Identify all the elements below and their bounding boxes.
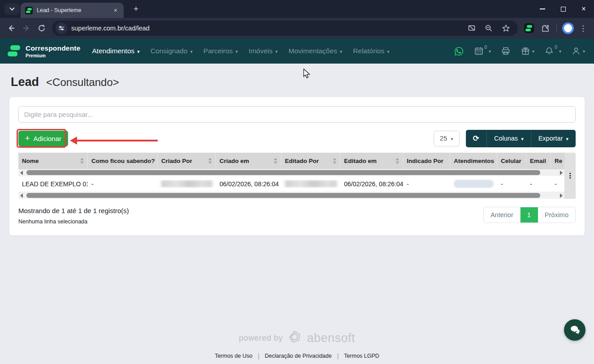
forward-icon[interactable]: [19, 21, 34, 36]
chevron-down-icon: ▾: [340, 49, 343, 55]
records-summary: Mostrando de 1 até 1 de 1 registro(s): [18, 207, 129, 214]
bell-icon[interactable]: 0 ▾: [542, 44, 564, 58]
reload-icon[interactable]: [34, 21, 49, 36]
selection-status: Nenhuma linha selecionada: [18, 218, 129, 225]
tab-close-icon[interactable]: ×: [112, 6, 119, 14]
menu-imoveis[interactable]: Imóveis▾: [249, 47, 278, 55]
extensions-puzzle-icon[interactable]: [538, 21, 553, 36]
chevron-down-icon: ▾: [451, 136, 453, 142]
column-header-reg[interactable]: Reg: [551, 153, 562, 169]
pagination-previous[interactable]: Anterior: [484, 207, 521, 223]
menu-relatorios[interactable]: Relatórios▾: [353, 47, 389, 55]
browser-titlebar: Lead - Superleme × + ×: [0, 0, 594, 18]
sort-icon[interactable]: [77, 158, 84, 164]
browser-toolbar: superleme.com.br/cad/lead ⋮: [0, 18, 594, 39]
scroll-left-icon[interactable]: [18, 169, 25, 176]
brand-title: Correspondente: [26, 44, 81, 52]
refresh-icon: ⟳: [473, 134, 479, 143]
calendar-badge: 0: [484, 44, 487, 50]
column-header-criado-em[interactable]: Criado em: [216, 153, 281, 169]
abensoft-logo-icon: [287, 330, 302, 347]
sort-icon[interactable]: [330, 158, 336, 164]
bookmark-star-icon[interactable]: [498, 21, 513, 36]
pagination-page-1[interactable]: 1: [521, 207, 538, 223]
column-header-criado-por[interactable]: Criado Por: [158, 153, 216, 169]
zoom-out-icon[interactable]: [481, 21, 496, 36]
chevron-down-icon: ▾: [137, 49, 140, 55]
export-button[interactable]: Exportar ▾: [531, 130, 576, 147]
menu-movimentacoes[interactable]: Movimentações▾: [288, 47, 342, 55]
cell-criado-em: 06/02/2026, 08:26:04: [216, 180, 281, 188]
scroll-left-icon[interactable]: [18, 192, 25, 199]
menu-parceiros[interactable]: Parceiros▾: [203, 47, 238, 55]
profile-avatar[interactable]: [562, 22, 574, 34]
site-settings-icon[interactable]: [56, 22, 67, 34]
link-termos-de-uso[interactable]: Termos de Uso: [215, 353, 252, 359]
cell-editado-em: 06/02/2026, 08:26:04: [340, 180, 403, 188]
search-input[interactable]: [18, 106, 576, 123]
user-icon[interactable]: ▾: [568, 44, 588, 58]
scrollbar-thumb[interactable]: [26, 193, 540, 198]
brand-subtitle: Premium: [26, 53, 81, 58]
new-tab-button[interactable]: +: [131, 4, 141, 14]
column-header-celular[interactable]: Celular: [497, 153, 526, 169]
calendar-icon[interactable]: 0 ▾: [471, 44, 494, 58]
table-row[interactable]: LEAD DE EXEMPLO 01 - 06/02/2026, 08:26:0…: [18, 176, 564, 192]
scrollbar-thumb[interactable]: [26, 170, 540, 175]
lead-list-card: + Adicionar 25 ▾ ⟳ Colunas ▾ Exportar: [9, 97, 585, 236]
columns-button[interactable]: Colunas ▾: [486, 130, 531, 147]
chat-widget-button[interactable]: [564, 319, 585, 341]
printer-icon[interactable]: [498, 44, 513, 58]
tab-list-chevron-icon[interactable]: [4, 3, 20, 15]
add-button[interactable]: + Adicionar: [18, 131, 68, 146]
column-header-email[interactable]: Email: [526, 153, 551, 169]
window-minimize-button[interactable]: [532, 0, 553, 18]
scroll-right-icon[interactable]: [558, 192, 564, 199]
pagination-next[interactable]: Próximo: [538, 207, 575, 223]
cell-nome: LEAD DE EXEMPLO 01: [18, 180, 88, 188]
horizontal-scrollbar-bottom[interactable]: [18, 192, 564, 199]
superleme-extension-icon[interactable]: [524, 23, 534, 33]
cell-atendimentos: [450, 180, 497, 188]
sort-icon[interactable]: [206, 158, 212, 164]
notifications-badge: 0: [555, 44, 557, 50]
menu-atendimentos[interactable]: Atendimentos▾: [92, 47, 140, 55]
window-close-button[interactable]: ×: [573, 0, 594, 18]
gift-icon[interactable]: ▾: [518, 44, 537, 58]
column-header-indicado-por[interactable]: Indicado Por: [403, 153, 450, 169]
page-size-select[interactable]: 25 ▾: [434, 131, 460, 146]
refresh-button[interactable]: ⟳: [466, 130, 486, 147]
toolbar-divider: [556, 24, 557, 32]
column-header-atendimentos[interactable]: Atendimentos: [450, 153, 497, 169]
chevron-down-icon: ▾: [190, 49, 193, 55]
browser-menu-icon[interactable]: ⋮: [576, 24, 590, 33]
cell-editado-por: [281, 180, 340, 188]
sort-icon[interactable]: [393, 158, 399, 164]
column-header-editado-por[interactable]: Editado Por: [281, 153, 340, 169]
screen-share-off-icon[interactable]: [464, 21, 479, 36]
row-menu-icon[interactable]: ⋮: [567, 171, 574, 180]
browser-tab[interactable]: Lead - Superleme ×: [21, 3, 124, 18]
abensoft-brand: abensoft: [307, 331, 355, 345]
horizontal-scrollbar-top[interactable]: [18, 169, 564, 176]
link-termos-lgpd[interactable]: Termos LGPD: [344, 353, 379, 359]
link-declaracao-privacidade[interactable]: Declaração de Privacidade: [265, 353, 331, 359]
url-text[interactable]: superleme.com.br/cad/lead: [71, 25, 464, 32]
tab-title: Lead - Superleme: [37, 7, 108, 13]
table-header-row: Nome Como ficou sabendo? Criado Por Cria…: [18, 153, 564, 169]
scroll-right-icon[interactable]: [558, 169, 564, 176]
whatsapp-icon[interactable]: [451, 44, 467, 58]
back-icon[interactable]: [4, 21, 19, 36]
url-bar[interactable]: superleme.com.br/cad/lead: [52, 21, 518, 36]
column-header-nome[interactable]: Nome: [18, 153, 88, 169]
sort-icon[interactable]: [271, 158, 277, 164]
column-header-como-ficou-sabendo[interactable]: Como ficou sabendo?: [88, 153, 158, 169]
pagination: Anterior 1 Próximo: [483, 207, 576, 223]
brand-logo-block[interactable]: Correspondente Premium: [6, 43, 81, 59]
column-header-editado-em[interactable]: Editado em: [340, 153, 403, 169]
menu-consignado[interactable]: Consignado▾: [151, 47, 193, 55]
cell-celular: -: [497, 180, 526, 188]
page-mode-label: <Consultando>: [46, 76, 119, 89]
window-maximize-button[interactable]: [553, 0, 573, 18]
cell-email: -: [526, 180, 551, 188]
